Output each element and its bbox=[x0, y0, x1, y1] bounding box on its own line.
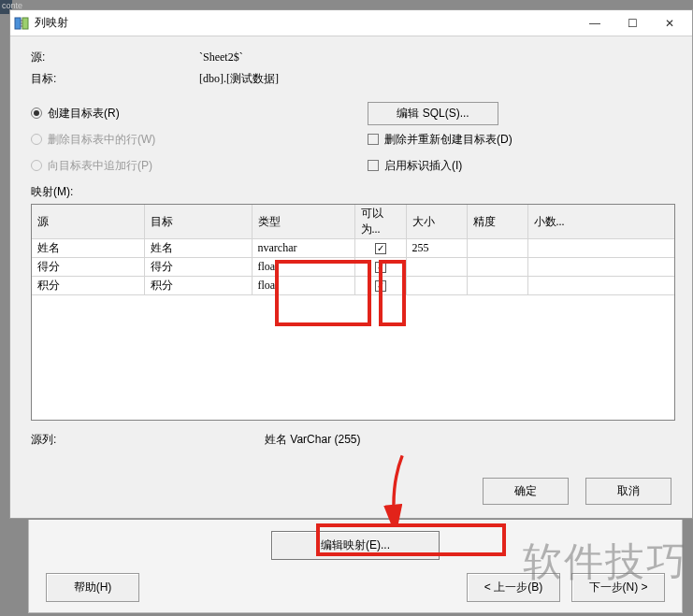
check-identity-label: 启用标识插入(I) bbox=[384, 158, 462, 174]
source-label: 源: bbox=[31, 50, 199, 65]
table-row[interactable]: 积分积分float✓ bbox=[32, 277, 674, 295]
source-value: `Sheet2$` bbox=[199, 50, 243, 64]
cell-source[interactable]: 姓名 bbox=[32, 239, 144, 258]
radio-delete-rows: 删除目标表中的行(W) bbox=[31, 126, 368, 152]
source-column-label: 源列: bbox=[31, 432, 265, 448]
back-button[interactable]: < 上一步(B) bbox=[467, 573, 560, 602]
radio-append-rows: 向目标表中追加行(P) bbox=[31, 152, 368, 179]
cell-type[interactable]: float bbox=[252, 277, 354, 295]
minimize-button[interactable]: — bbox=[576, 11, 614, 36]
ok-button[interactable]: 确定 bbox=[483, 478, 569, 505]
check-drop-label: 删除并重新创建目标表(D) bbox=[384, 132, 513, 148]
checkbox-checked-icon: ✓ bbox=[375, 262, 386, 273]
cell-precision[interactable] bbox=[467, 277, 527, 295]
dialog-body: 源: `Sheet2$` 目标: [dbo].[测试数据] 创建目标表(R) 删… bbox=[10, 36, 692, 518]
cell-size[interactable] bbox=[406, 258, 467, 277]
next-button[interactable]: 下一步(N) > bbox=[571, 573, 665, 602]
cell-target[interactable]: 得分 bbox=[144, 258, 252, 277]
checkbox-icon bbox=[368, 160, 379, 171]
cell-type[interactable]: float bbox=[252, 258, 354, 277]
radio-delete-label: 删除目标表中的行(W) bbox=[48, 132, 155, 148]
cancel-button[interactable]: 取消 bbox=[585, 478, 671, 505]
dialog-title: 列映射 bbox=[35, 15, 576, 31]
target-value: [dbo].[测试数据] bbox=[199, 71, 279, 87]
help-button[interactable]: 帮助(H) bbox=[46, 573, 139, 602]
svg-rect-1 bbox=[22, 18, 28, 29]
cell-precision[interactable] bbox=[467, 239, 527, 258]
wizard-panel: 编辑映射(E)... 帮助(H) < 上一步(B) 下一步(N) > bbox=[28, 520, 683, 613]
svg-rect-0 bbox=[15, 18, 21, 29]
cell-source[interactable]: 得分 bbox=[32, 258, 144, 277]
cell-target[interactable]: 积分 bbox=[144, 277, 252, 295]
app-icon bbox=[14, 16, 29, 31]
check-enable-identity[interactable]: 启用标识插入(I) bbox=[368, 152, 675, 179]
cell-size[interactable] bbox=[406, 277, 467, 295]
cell-scale[interactable] bbox=[527, 277, 674, 295]
check-drop-recreate[interactable]: 删除并重新创建目标表(D) bbox=[368, 126, 675, 152]
cell-source[interactable]: 积分 bbox=[32, 277, 144, 295]
radio-icon bbox=[31, 107, 42, 119]
table-row[interactable]: 姓名姓名nvarchar✓255 bbox=[32, 239, 674, 258]
cell-type[interactable]: nvarchar bbox=[252, 239, 354, 258]
target-label: 目标: bbox=[31, 71, 199, 87]
cell-scale[interactable] bbox=[527, 258, 674, 277]
maximize-button[interactable]: ☐ bbox=[614, 11, 651, 36]
col-header-size[interactable]: 大小 bbox=[406, 205, 467, 239]
cell-nullable[interactable]: ✓ bbox=[354, 239, 406, 258]
source-row: 源: `Sheet2$` bbox=[31, 50, 675, 65]
col-header-precision[interactable]: 精度 bbox=[467, 205, 527, 239]
col-header-scale[interactable]: 小数... bbox=[527, 205, 674, 239]
radio-append-label: 向目标表中追加行(P) bbox=[48, 158, 152, 174]
checkbox-checked-icon: ✓ bbox=[375, 243, 386, 254]
cell-nullable[interactable]: ✓ bbox=[354, 258, 406, 277]
checkbox-icon bbox=[368, 134, 379, 145]
mapping-label: 映射(M): bbox=[31, 184, 675, 200]
edit-mapping-button[interactable]: 编辑映射(E)... bbox=[271, 531, 440, 560]
col-header-source[interactable]: 源 bbox=[32, 205, 144, 239]
column-mapping-dialog: 列映射 — ☐ ✕ 源: `Sheet2$` 目标: [dbo].[测试数据] … bbox=[9, 9, 693, 519]
cell-scale[interactable] bbox=[527, 239, 674, 258]
cell-precision[interactable] bbox=[467, 258, 527, 277]
cell-size[interactable]: 255 bbox=[406, 239, 467, 258]
col-header-nullable[interactable]: 可以为... bbox=[354, 205, 406, 239]
col-header-type[interactable]: 类型 bbox=[252, 205, 354, 239]
target-row: 目标: [dbo].[测试数据] bbox=[31, 71, 675, 87]
cell-target[interactable]: 姓名 bbox=[144, 239, 252, 258]
mapping-grid[interactable]: 源 目标 类型 可以为... 大小 精度 小数... 姓名姓名nvarchar✓… bbox=[31, 204, 675, 421]
col-header-target[interactable]: 目标 bbox=[144, 205, 252, 239]
radio-create-target[interactable]: 创建目标表(R) bbox=[31, 100, 368, 126]
radio-icon bbox=[31, 134, 42, 145]
source-column-value: 姓名 VarChar (255) bbox=[265, 432, 360, 448]
table-row[interactable]: 得分得分float✓ bbox=[32, 258, 674, 277]
checkbox-checked-icon: ✓ bbox=[375, 280, 386, 292]
grid-header-row: 源 目标 类型 可以为... 大小 精度 小数... bbox=[32, 205, 674, 239]
close-button[interactable]: ✕ bbox=[651, 11, 688, 36]
cell-nullable[interactable]: ✓ bbox=[354, 277, 406, 295]
edit-sql-button[interactable]: 编辑 SQL(S)... bbox=[368, 102, 498, 125]
titlebar: 列映射 — ☐ ✕ bbox=[10, 10, 692, 36]
radio-icon bbox=[31, 160, 42, 171]
radio-create-label: 创建目标表(R) bbox=[48, 106, 120, 122]
